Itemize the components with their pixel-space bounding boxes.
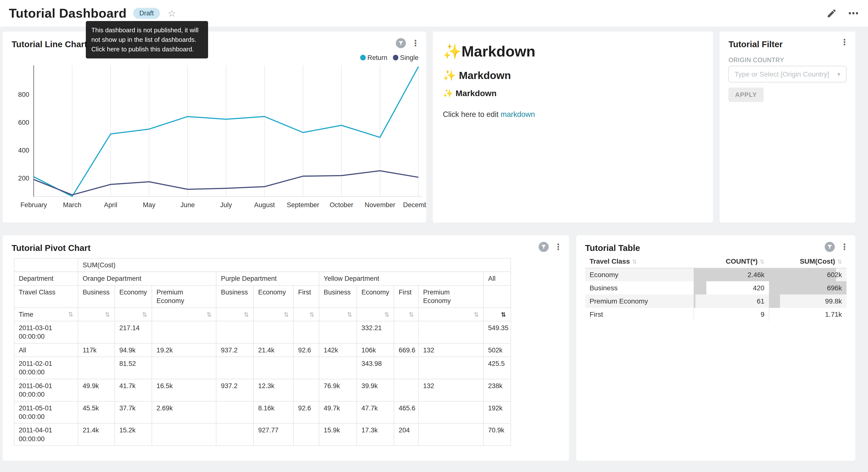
header-actions: ⋯ [827, 7, 859, 19]
sum-cell: 696k [769, 281, 846, 294]
pivot-value-cell: 343.98 [357, 357, 394, 379]
sort-icon[interactable]: ⇅ [409, 311, 414, 318]
pivot-value-cell [152, 423, 216, 446]
pivot-sort-cell: ⇅ [253, 308, 293, 321]
pivot-value-cell: 937.2 [216, 343, 253, 357]
more-options-icon[interactable]: ⋯ [848, 7, 859, 19]
pivot-value-cell: 92.6 [293, 401, 319, 423]
kebab-menu-icon[interactable]: ⋮ [411, 39, 420, 48]
pivot-data-row: 2011-05-01 00:00:0045.5k37.7k2.69k8.16k9… [14, 401, 511, 423]
pivot-row-time: 2011-06-01 00:00:00 [14, 379, 78, 401]
markdown-h1: ✨Markdown [443, 42, 704, 60]
markdown-paragraph-text: Click here to edit [443, 110, 500, 118]
filter-card: Tutorial Filter ⋮ ORIGIN COUNTRY Type or… [720, 32, 855, 223]
pivot-value-cell: 937.2 [216, 379, 253, 401]
sort-icon[interactable]: ⇅ [760, 259, 765, 265]
table-header-row: Travel Class⇅COUNT(*)⇅SUM(Cost)⇅ [585, 255, 846, 268]
column-header-travel-class[interactable]: Travel Class⇅ [585, 255, 694, 268]
pivot-data-row: 2011-06-01 00:00:0049.9k41.7k16.5k937.21… [14, 379, 511, 401]
svg-text:800: 800 [18, 91, 29, 98]
legend-dot-return [360, 55, 366, 60]
markdown-card: ✨Markdown ✨ Markdown ✨ Markdown Click he… [433, 32, 713, 223]
filter-indicator-icon[interactable] [825, 242, 835, 252]
line-chart-card-icons: ⋮ [396, 38, 420, 48]
unpublished-tooltip: This dashboard is not published, it will… [86, 21, 208, 58]
time-label: Time [19, 310, 33, 319]
favorite-star-icon[interactable]: ☆ [167, 8, 176, 19]
table-card-title: Tutorial Table [585, 243, 640, 253]
pivot-value-cell [78, 321, 115, 343]
pivot-class-header: Business [216, 286, 253, 308]
pivot-value-cell [394, 379, 418, 401]
sort-icon[interactable]: ⇅ [384, 311, 389, 318]
svg-text:July: July [220, 201, 232, 209]
pivot-department-label: Department [14, 272, 78, 285]
sort-icon[interactable]: ⇅ [105, 311, 110, 318]
sort-icon[interactable]: ⇅ [837, 259, 842, 265]
filter-card-icons: ⋮ [840, 38, 849, 47]
pivot-all-value-cell: 549.35 [484, 321, 510, 343]
travel-class-cell: Business [585, 281, 694, 294]
sort-icon[interactable]: ⇅ [207, 311, 212, 318]
svg-text:May: May [143, 201, 156, 209]
pivot-value-cell [418, 357, 484, 379]
pivot-value-cell: 17.3k [357, 423, 394, 446]
apply-button[interactable]: APPLY [728, 88, 763, 102]
pivot-value-cell [253, 321, 293, 343]
draft-badge[interactable]: Draft [133, 8, 160, 19]
sort-icon[interactable]: ⇅ [309, 311, 314, 318]
svg-text:600: 600 [18, 119, 29, 126]
travel-class-cell: Economy [585, 268, 694, 281]
column-header-count[interactable]: COUNT(*)⇅ [694, 255, 769, 268]
origin-country-label: ORIGIN COUNTRY [728, 57, 784, 64]
pivot-value-cell: 21.4k [78, 423, 115, 446]
filter-indicator-icon[interactable] [396, 38, 406, 48]
legend-item-return[interactable]: Return [360, 54, 387, 62]
sort-icon[interactable]: ⇅ [244, 311, 249, 318]
pivot-data-row: 2011-04-01 00:00:0021.4k15.2k927.7715.9k… [14, 423, 511, 446]
svg-text:April: April [104, 201, 117, 209]
sort-icon[interactable]: ⇅ [474, 311, 479, 318]
pivot-value-cell: 927.77 [253, 423, 293, 446]
markdown-h2: ✨ Markdown [443, 69, 704, 82]
chart-legend: Return Single [360, 54, 418, 62]
svg-text:June: June [181, 201, 195, 209]
travel-class-cell: First [585, 308, 694, 321]
pivot-row-time: 2011-03-01 00:00:00 [14, 321, 78, 343]
sort-icon[interactable]: ⇅ [142, 311, 147, 318]
edit-pencil-icon[interactable] [827, 8, 837, 19]
pivot-class-header: First [293, 286, 319, 308]
svg-text:200: 200 [18, 175, 29, 182]
sort-icon-active[interactable]: ⇅ [501, 311, 506, 318]
sort-icon[interactable]: ⇅ [632, 259, 637, 265]
pivot-value-cell [152, 357, 216, 379]
legend-item-single[interactable]: Single [393, 54, 418, 62]
kebab-menu-icon[interactable]: ⋮ [554, 243, 562, 251]
pivot-class-header: Business [78, 286, 115, 308]
count-value: 61 [698, 297, 765, 305]
pivot-row-time: 2011-02-01 00:00:00 [14, 357, 78, 379]
pivot-sort-cell: ⇅ [78, 308, 115, 321]
pivot-value-cell: 8.16k [253, 401, 293, 423]
sort-icon[interactable]: ⇅ [284, 311, 289, 318]
column-header-sum[interactable]: SUM(Cost)⇅ [769, 255, 846, 268]
kebab-menu-icon[interactable]: ⋮ [840, 243, 849, 251]
pivot-value-cell: 16.5k [152, 379, 216, 401]
sort-icon[interactable]: ⇅ [347, 311, 352, 318]
pivot-value-cell: 19.2k [152, 343, 216, 357]
origin-country-select[interactable]: Type or Select [Origin Country] ▾ [728, 66, 846, 82]
sum-value: 602k [773, 271, 842, 279]
pivot-time-label: Time⇅ [14, 308, 78, 321]
filter-indicator-icon[interactable] [539, 242, 549, 252]
sort-icon[interactable]: ⇅ [68, 311, 73, 318]
pivot-sort-cell: ⇅ [293, 308, 319, 321]
value-bar [694, 294, 695, 308]
pivot-value-cell [152, 321, 216, 343]
pivot-chart-card: Tutorial Pivot Chart ⋮ SUM(Cost)Departme… [3, 235, 569, 461]
pivot-card-title: Tutorial Pivot Chart [12, 243, 91, 253]
pivot-dept-header: Yellow Department [319, 272, 484, 285]
kebab-menu-icon[interactable]: ⋮ [840, 38, 849, 47]
sum-value: 1.71k [773, 311, 842, 318]
pivot-value-cell: 2.69k [152, 401, 216, 423]
markdown-edit-link[interactable]: markdown [500, 110, 535, 118]
